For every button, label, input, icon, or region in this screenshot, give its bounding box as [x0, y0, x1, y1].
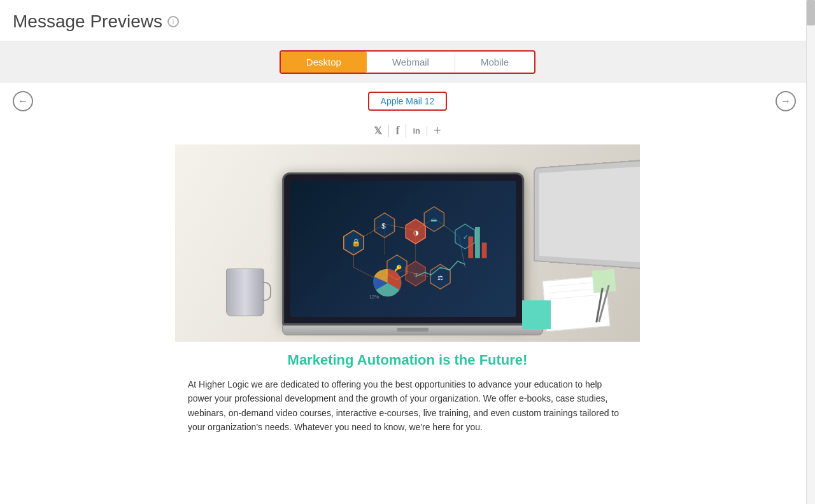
info-icon[interactable]: i	[167, 16, 179, 27]
svg-rect-30	[475, 227, 480, 258]
svg-text:$: $	[381, 221, 386, 230]
tab-mobile[interactable]: Mobile	[455, 52, 534, 73]
svg-text:12%: 12%	[369, 294, 379, 300]
svg-text:▬: ▬	[431, 216, 437, 223]
twitter-share-icon[interactable]: 𝕏	[367, 125, 389, 137]
page-title: Message Previews	[13, 11, 162, 32]
email-headline: Marketing Automation is the Future!	[188, 352, 627, 368]
svg-rect-29	[468, 237, 473, 258]
client-selector-row: ← Apple Mail 12 →	[0, 83, 815, 115]
facebook-share-icon[interactable]: f	[389, 124, 406, 137]
linkedin-share-icon[interactable]: in	[406, 126, 427, 136]
mug-decoration	[226, 269, 271, 323]
email-body-text: At Higher Logic we are dedicated to offe…	[188, 377, 627, 435]
email-body: Marketing Automation is the Future! At H…	[175, 342, 640, 445]
scrollbar-track[interactable]	[806, 0, 815, 504]
email-hero-image: 🔒 $ ◑ ▬ ✓	[175, 144, 640, 342]
svg-text:🔒: 🔒	[351, 238, 361, 247]
more-share-icon[interactable]: +	[427, 123, 448, 138]
tab-bar: Desktop Webmail Mobile	[280, 50, 535, 74]
svg-text:✓: ✓	[463, 234, 468, 241]
tab-webmail[interactable]: Webmail	[367, 52, 455, 73]
second-laptop	[525, 164, 640, 265]
scrollbar-thumb[interactable]	[807, 0, 815, 25]
svg-text:◑: ◑	[413, 229, 419, 236]
email-preview-wrapper: 🔒 $ ◑ ▬ ✓	[0, 144, 815, 458]
laptop-decoration: 🔒 $ ◑ ▬ ✓	[282, 172, 543, 335]
client-selector[interactable]: Apple Mail 12	[368, 92, 448, 111]
tab-desktop[interactable]: Desktop	[281, 52, 367, 73]
next-client-button[interactable]: →	[776, 91, 796, 111]
page-header: Message Previews i	[0, 0, 815, 41]
email-content: 🔒 $ ◑ ▬ ✓	[175, 144, 640, 445]
tab-bar-wrapper: Desktop Webmail Mobile	[0, 41, 815, 83]
svg-rect-31	[482, 242, 487, 258]
svg-text:⚖: ⚖	[437, 274, 443, 281]
prev-client-button[interactable]: ←	[13, 91, 33, 111]
teal-box	[522, 300, 551, 329]
social-share-row: 𝕏 f in +	[0, 115, 815, 144]
